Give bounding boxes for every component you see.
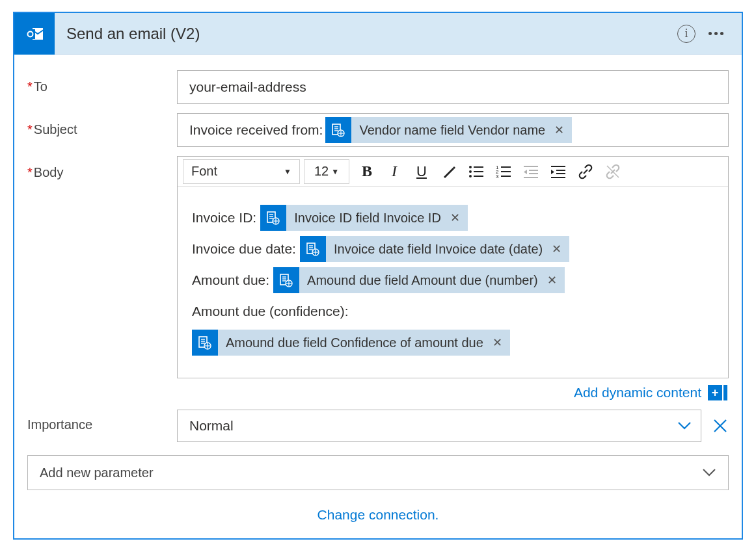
font-select[interactable]: Font ▼ <box>183 159 300 184</box>
dynamic-token-invoice-date[interactable]: Invoice date field Invoice date (date) ✕ <box>300 236 569 262</box>
body-row: *Body Font ▼ 12 ▼ B I <box>27 156 729 400</box>
token-remove-button[interactable]: ✕ <box>450 211 460 225</box>
to-label: *To <box>27 70 177 94</box>
token-remove-button[interactable]: ✕ <box>552 242 561 256</box>
chevron-down-icon <box>702 468 716 477</box>
svg-text:3: 3 <box>496 174 499 179</box>
outdent-button[interactable] <box>517 159 545 184</box>
token-remove-button[interactable]: ✕ <box>493 335 502 350</box>
indent-button[interactable] <box>545 159 572 184</box>
subject-text: Invoice received from: <box>189 122 323 138</box>
add-parameter-select[interactable]: Add new parameter <box>27 455 729 490</box>
connector-icon <box>14 13 55 55</box>
underline-button[interactable]: U <box>408 159 435 184</box>
token-icon <box>192 330 218 356</box>
card-header: Send an email (V2) i <box>14 13 742 55</box>
subject-row: *Subject Invoice received from: Vendor n… <box>27 113 729 147</box>
svg-rect-1 <box>25 29 35 39</box>
dynamic-token-vendor-name[interactable]: Vendor name field Vendor name ✕ <box>325 117 572 143</box>
chevron-down-icon <box>677 421 692 430</box>
dynamic-token-amount-confidence[interactable]: Amound due field Confidence of amount du… <box>192 330 510 356</box>
body-label: *Body <box>27 156 177 180</box>
to-row: *To <box>27 70 729 104</box>
editor-toolbar: Font ▼ 12 ▼ B I U <box>178 157 728 187</box>
to-input[interactable] <box>177 70 729 104</box>
expression-toggle-button[interactable] <box>723 385 727 400</box>
color-button[interactable] <box>435 159 463 184</box>
svg-point-11 <box>469 170 472 173</box>
token-icon <box>260 205 286 231</box>
body-editor: Font ▼ 12 ▼ B I U <box>177 156 729 378</box>
dynamic-token-invoice-id[interactable]: Invoice ID field Invoice ID ✕ <box>260 205 468 231</box>
more-actions-button[interactable] <box>709 32 723 35</box>
change-connection-link[interactable]: Change connection. <box>27 507 729 523</box>
subject-input[interactable]: Invoice received from: Vendor name field… <box>177 113 729 147</box>
importance-select[interactable]: Normal <box>177 410 701 442</box>
card-title: Send an email (V2) <box>55 25 677 43</box>
token-icon <box>273 267 299 293</box>
svg-point-10 <box>469 166 472 168</box>
bold-button[interactable]: B <box>353 159 381 184</box>
token-remove-button[interactable]: ✕ <box>554 123 564 137</box>
link-button[interactable] <box>572 159 599 184</box>
token-remove-button[interactable]: ✕ <box>547 273 557 287</box>
info-icon[interactable]: i <box>677 25 695 43</box>
italic-button[interactable]: I <box>381 159 408 184</box>
importance-row: Importance Normal <box>27 410 729 442</box>
body-content[interactable]: Invoice ID: Invoice ID field Invoice ID … <box>178 187 728 378</box>
remove-parameter-button[interactable] <box>712 417 729 434</box>
card-body: *To *Subject Invoice received from: Vend… <box>14 55 742 538</box>
token-icon <box>325 117 351 143</box>
svg-point-12 <box>469 175 472 177</box>
token-icon <box>300 236 326 262</box>
send-email-action-card: Send an email (V2) i *To *Subject <box>13 12 743 540</box>
bullet-list-button[interactable] <box>463 159 490 184</box>
dynamic-token-amount-due[interactable]: Amound due field Amount due (number) ✕ <box>273 267 565 293</box>
outlook-icon <box>24 23 45 44</box>
add-dynamic-content-button[interactable]: + <box>708 385 722 400</box>
font-size-select[interactable]: 12 ▼ <box>304 159 349 184</box>
add-dynamic-content-link[interactable]: Add dynamic content <box>574 385 701 400</box>
numbered-list-button[interactable]: 123 <box>490 159 517 184</box>
subject-label: *Subject <box>27 113 177 137</box>
unlink-button[interactable] <box>599 159 627 184</box>
importance-label: Importance <box>27 410 177 432</box>
